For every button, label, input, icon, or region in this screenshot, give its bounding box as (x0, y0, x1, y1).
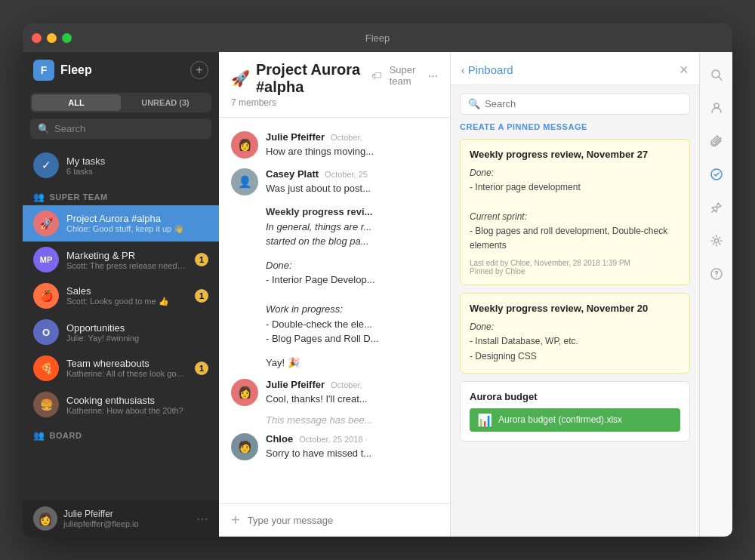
msg-content: Done: - Interior Page Develop... Work in… (266, 258, 438, 346)
sidebar-item-opportunities[interactable]: O Opportunities Julie: Yay! #winning (23, 314, 219, 350)
svg-line-1 (719, 77, 722, 80)
messages-area: 👩 Julie Pfeiffer October, How are things… (219, 118, 450, 503)
user-email: juliepfeiffer@fleep.io (63, 519, 190, 528)
chat-name-marketing: Marketing & PR (66, 250, 187, 261)
badge-whereabouts: 1 (195, 362, 208, 375)
right-pin-button[interactable] (703, 194, 730, 221)
chat-preview-marketing: Scott: The press release needs to... (66, 261, 187, 270)
tab-unread[interactable]: UNREAD (3) (121, 94, 210, 111)
msg-avatar-spacer (231, 205, 258, 249)
sidebar-search-input[interactable] (54, 123, 204, 134)
pinboard-back-button[interactable]: ‹ Pinboard (461, 63, 513, 76)
msg-text: Weekly progress revi... In general, thin… (266, 205, 438, 249)
chat-name-sales: Sales (66, 285, 187, 297)
pinboard-close-button[interactable]: ✕ (679, 63, 689, 77)
my-tasks-count: 6 tasks (66, 167, 208, 176)
sidebar: F Fleep + ALL UNREAD (3) 🔍 ✓ My (23, 52, 219, 537)
maximize-button[interactable] (62, 33, 72, 43)
pinboard-panel: ‹ Pinboard ✕ 🔍 CREATE A PINNED MESSAGE W… (450, 52, 699, 537)
msg-content: Casey Platt October, 25 Was just about t… (266, 168, 438, 196)
user-name: Julie Pfeiffer (63, 509, 190, 519)
traffic-lights (32, 33, 72, 43)
tag-icon: 🏷 (371, 69, 382, 82)
msg-text: Done: - Interior Page Develop... Work in… (266, 258, 438, 346)
more-options-icon[interactable]: ⋯ (428, 70, 438, 82)
msg-sender: Chloe (266, 433, 293, 445)
msg-sender: Julie Pfeiffer (266, 131, 325, 143)
chat-input-area: + (219, 503, 450, 537)
my-tasks-item[interactable]: ✓ My tasks 6 tasks (23, 146, 219, 184)
brand-name: Fleep (60, 63, 92, 77)
right-attachments-button[interactable] (703, 128, 730, 155)
chat-avatar-opportunities: O (33, 319, 59, 345)
right-settings-button[interactable] (703, 227, 730, 254)
chat-avatar-sales: 🍎 (33, 283, 59, 309)
pinboard-header: ‹ Pinboard ✕ (451, 52, 699, 85)
user-info: Julie Pfeiffer juliepfeiffer@fleep.io (63, 509, 190, 528)
chat-header-left: 🚀 Project Aurora #alpha 7 members (231, 61, 371, 108)
section-header-board: 👥 BOARD (23, 423, 219, 444)
add-button[interactable]: + (190, 61, 208, 79)
sidebar-item-project-aurora[interactable]: 🚀 Project Aurora #alpha Chloe: Good stuf… (23, 205, 219, 242)
pin-card-1: Weekly progress review, November 27 Done… (460, 139, 690, 285)
close-button[interactable] (32, 33, 42, 43)
add-attachment-button[interactable]: + (231, 512, 240, 529)
msg-text: Cool, thanks! I'll creat... (266, 392, 438, 407)
msg-sender: Casey Platt (266, 168, 319, 180)
chat-emoji: 🚀 (231, 69, 250, 88)
sidebar-item-marketing[interactable]: MP Marketing & PR Scott: The press relea… (23, 242, 219, 278)
user-footer[interactable]: 👩 Julie Pfeiffer juliepfeiffer@fleep.io … (23, 500, 219, 537)
section-icon-board: 👥 (33, 430, 45, 441)
message-row: 👤 Casey Platt October, 25 Was just about… (219, 164, 450, 201)
chat-header: 🚀 Project Aurora #alpha 7 members 🏷 Supe… (219, 52, 450, 118)
message-input[interactable] (248, 515, 438, 526)
pinboard-search-icon: 🔍 (468, 98, 480, 109)
msg-header: Julie Pfeiffer October, (266, 131, 438, 143)
app-window: Fleep F Fleep + ALL UNREAD (3) 🔍 (23, 23, 732, 537)
right-search-button[interactable] (703, 61, 730, 88)
chat-name-cooking: Cooking enthusiasts (66, 395, 208, 406)
chat-info-opportunities: Opportunities Julie: Yay! #winning (66, 322, 208, 343)
tab-all[interactable]: ALL (32, 94, 121, 111)
chat-preview-sales: Scott: Looks good to me 👍 (66, 297, 187, 306)
right-tasks-button[interactable] (703, 161, 730, 188)
msg-avatar-spacer (231, 355, 258, 371)
msg-content: Yay! 🎉 (266, 355, 438, 371)
sidebar-search-bar[interactable]: 🔍 (30, 118, 211, 139)
fleep-logo: F (33, 60, 54, 81)
chat-info-aurora: Project Aurora #alpha Chloe: Good stuff,… (66, 213, 208, 234)
chat-preview-cooking: Katherine: How about the 20th? (66, 406, 208, 415)
pin-card-body-1: Done: - Interior page development Curren… (470, 166, 680, 253)
msg-text: Was just about to post... (266, 181, 438, 196)
sidebar-item-cooking[interactable]: 🍔 Cooking enthusiasts Katherine: How abo… (23, 386, 219, 423)
sidebar-item-whereabouts[interactable]: 🍕 Team whereabouts Katherine: All of the… (23, 350, 219, 386)
badge-sales: 1 (195, 289, 208, 303)
pinboard-search-input[interactable] (485, 98, 682, 109)
file-icon: 📊 (477, 413, 492, 427)
chat-avatar-aurora: 🚀 (33, 211, 59, 236)
chat-info-whereabouts: Team whereabouts Katherine: All of these… (66, 358, 187, 379)
chat-avatar-cooking: 🍔 (33, 392, 59, 417)
section-label-board: BOARD (50, 431, 82, 440)
my-tasks-label: My tasks (66, 155, 208, 167)
sidebar-item-sales[interactable]: 🍎 Sales Scott: Looks good to me 👍 1 (23, 278, 219, 314)
file-attachment[interactable]: 📊 Aurora budget (confirmed).xlsx (470, 408, 680, 432)
chat-avatar-marketing: MP (33, 247, 59, 272)
create-pinned-button[interactable]: CREATE A PINNED MESSAGE (460, 122, 690, 131)
msg-content: Julie Pfeiffer October, How are things m… (266, 131, 438, 159)
team-tag-label: Super team (390, 64, 421, 87)
chat-area: 🚀 Project Aurora #alpha 7 members 🏷 Supe… (219, 52, 450, 537)
main-content: F Fleep + ALL UNREAD (3) 🔍 ✓ My (23, 52, 732, 537)
right-help-button[interactable] (703, 260, 730, 288)
right-contacts-button[interactable] (703, 94, 730, 122)
user-options-icon[interactable]: ⋯ (196, 512, 208, 526)
msg-avatar: 👤 (231, 168, 258, 195)
msg-content: Chloe October, 25 2018 · Sorry to have m… (266, 433, 438, 461)
sidebar-scroll: ✓ My tasks 6 tasks 👥 SUPER TEAM 🚀 Projec… (23, 146, 219, 500)
my-tasks-icon: ✓ (33, 152, 59, 178)
minimize-button[interactable] (47, 33, 57, 43)
pinboard-title: Pinboard (468, 63, 513, 76)
pin-card-title-1: Weekly progress review, November 27 (470, 149, 680, 160)
pin-card-footer-1: Last edit by Chloe, November, 28 2018 1:… (470, 259, 680, 275)
pinboard-search-bar[interactable]: 🔍 (460, 93, 690, 115)
